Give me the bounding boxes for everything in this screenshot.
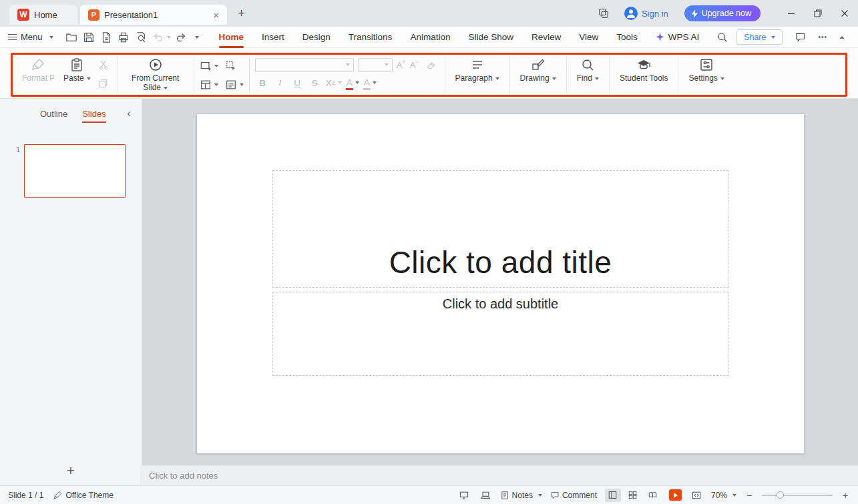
ribbon-tab-animation[interactable]: Animation xyxy=(410,27,450,48)
open-folder-icon[interactable] xyxy=(63,29,80,45)
tab-outline[interactable]: Outline xyxy=(40,99,67,128)
slide-sorter-view-button[interactable] xyxy=(625,489,641,502)
zoom-in-button[interactable]: + xyxy=(841,490,850,501)
paste-button[interactable]: Paste xyxy=(59,56,95,85)
font-size-combobox[interactable] xyxy=(358,58,393,72)
upgrade-button[interactable]: Upgrade now xyxy=(684,5,761,21)
more-options-button[interactable]: ••• xyxy=(818,33,827,41)
display-settings-icon[interactable] xyxy=(457,489,471,502)
workspace-switch-icon[interactable] xyxy=(598,7,610,19)
theme-selector[interactable]: Office Theme xyxy=(53,491,114,500)
font-color-button[interactable]: A xyxy=(345,75,361,90)
wps-ai-label: WPS AI xyxy=(668,32,700,42)
italic-button: I xyxy=(272,75,288,90)
find-dropdown-icon xyxy=(595,77,599,80)
select-button[interactable] xyxy=(225,57,244,75)
ribbon-tab-insert[interactable]: Insert xyxy=(262,27,284,48)
print-icon[interactable] xyxy=(115,29,132,45)
menu-button[interactable]: Menu xyxy=(8,32,53,42)
notes-toggle[interactable]: Notes xyxy=(500,491,542,500)
from-current-slide-button[interactable]: From Current Slide xyxy=(123,56,188,94)
reading-view-button[interactable] xyxy=(645,489,661,502)
drawing-label: Drawing xyxy=(520,74,556,83)
zoom-level-dropdown[interactable]: 70% xyxy=(711,491,736,500)
document-tab[interactable]: P Presentation1 × xyxy=(80,5,227,25)
user-avatar-icon xyxy=(624,7,638,20)
ribbon-separator xyxy=(678,56,678,93)
zoom-slider[interactable] xyxy=(762,495,833,496)
format-painter-label: Format Painter xyxy=(22,74,54,92)
tab-slides[interactable]: Slides xyxy=(82,99,105,128)
student-tools-button[interactable]: Student Tools xyxy=(615,56,673,85)
redo-icon[interactable] xyxy=(172,29,190,45)
find-button[interactable]: Find xyxy=(572,56,604,85)
share-button[interactable]: Share xyxy=(736,29,783,45)
notes-placeholder-text: Click to add notes xyxy=(149,471,218,481)
notes-icon xyxy=(500,491,509,500)
collapse-ribbon-icon[interactable] xyxy=(839,36,845,39)
notes-label: Notes xyxy=(512,491,533,500)
drawing-button[interactable]: Drawing xyxy=(515,56,561,85)
minimize-button[interactable] xyxy=(778,0,805,27)
zoom-out-button[interactable]: − xyxy=(744,490,754,501)
add-slide-button[interactable]: + xyxy=(0,463,142,479)
ribbon-tab-transitions[interactable]: Transitions xyxy=(349,27,393,48)
status-comment-icon xyxy=(550,491,560,500)
ribbon-separator xyxy=(509,56,510,93)
text-highlight-button[interactable]: A xyxy=(363,75,378,90)
notes-dropdown-icon xyxy=(538,494,542,497)
subtitle-placeholder[interactable]: Click to add subtitle xyxy=(272,292,728,376)
new-slide-button[interactable] xyxy=(200,57,218,75)
paragraph-button[interactable]: Paragraph xyxy=(451,56,504,85)
restore-button[interactable] xyxy=(805,0,831,27)
theme-name: Office Theme xyxy=(65,491,114,500)
search-icon[interactable] xyxy=(716,31,728,43)
highlight-dropdown-icon xyxy=(373,81,377,84)
home-ribbon-toolbar: Format Painter Paste From Current Slide xyxy=(0,48,858,99)
play-triangle-icon xyxy=(674,493,678,498)
close-window-button[interactable] xyxy=(831,0,858,27)
export-document-icon[interactable] xyxy=(97,29,115,45)
title-placeholder[interactable]: Click to add title xyxy=(272,170,728,288)
wps-ai-button[interactable]: WPS AI xyxy=(655,32,700,42)
settings-button[interactable]: Settings xyxy=(684,56,728,85)
find-icon xyxy=(580,57,595,72)
comment-label: Comment xyxy=(562,491,597,500)
ribbon-tab-design[interactable]: Design xyxy=(302,27,331,48)
slideshow-play-button[interactable] xyxy=(669,489,682,501)
collapse-panel-icon[interactable]: ‹ xyxy=(127,107,131,120)
ribbon-tab-review[interactable]: Review xyxy=(531,27,561,48)
close-tab-icon[interactable]: × xyxy=(213,10,219,20)
notes-pane[interactable]: Click to add notes xyxy=(142,465,858,485)
zoom-slider-handle[interactable] xyxy=(777,491,784,499)
fit-to-window-icon[interactable] xyxy=(690,489,703,502)
presenter-mode-icon[interactable] xyxy=(479,489,492,502)
paragraph-dropdown-icon xyxy=(495,77,499,80)
settings-dropdown-icon xyxy=(720,77,724,80)
lightning-icon xyxy=(691,9,698,18)
new-tab-button[interactable]: + xyxy=(238,6,245,21)
slide-design-button[interactable] xyxy=(225,76,244,93)
title-placeholder-text: Click to add title xyxy=(389,244,612,280)
sign-in-button[interactable]: Sign in xyxy=(624,7,668,20)
print-preview-icon[interactable] xyxy=(132,29,150,45)
share-label: Share xyxy=(744,33,766,42)
home-tab[interactable]: W Home xyxy=(9,5,77,25)
zoom-value: 70% xyxy=(711,491,727,500)
ribbon-tab-tools[interactable]: Tools xyxy=(616,27,638,48)
slide-thumbnail[interactable] xyxy=(24,144,126,198)
comment-bubble-icon[interactable] xyxy=(795,31,806,43)
document-tab-title: Presentation1 xyxy=(104,10,158,20)
comment-toggle[interactable]: Comment xyxy=(550,491,597,500)
font-name-combobox[interactable] xyxy=(255,58,354,72)
slide-canvas[interactable]: Click to add title Click to add subtitle xyxy=(196,113,805,454)
slide-layout-button[interactable] xyxy=(200,76,218,93)
ribbon-tab-home[interactable]: Home xyxy=(219,27,244,48)
save-icon[interactable] xyxy=(80,29,97,45)
ribbon-tab-slide-show[interactable]: Slide Show xyxy=(468,27,513,48)
quickbar-more-icon[interactable] xyxy=(195,36,199,39)
normal-view-button[interactable] xyxy=(605,489,621,502)
undo-dropdown-icon xyxy=(167,36,171,39)
ribbon-tab-view[interactable]: View xyxy=(579,27,598,48)
settings-icon xyxy=(699,57,714,72)
